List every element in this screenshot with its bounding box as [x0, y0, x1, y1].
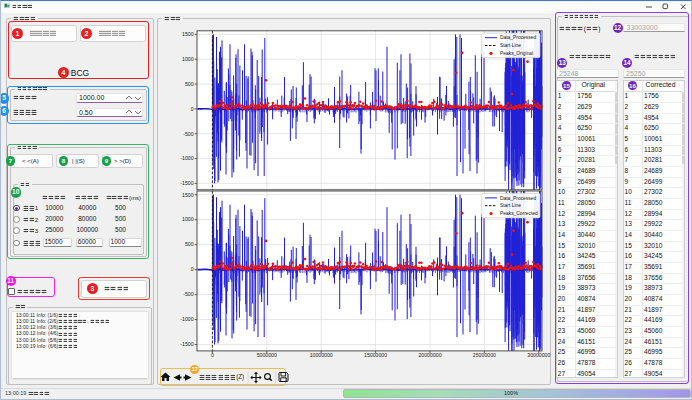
svg-text:1500: 1500 — [182, 31, 194, 37]
svg-text:1500: 1500 — [182, 192, 194, 198]
svg-text:-500: -500 — [183, 131, 193, 137]
svg-text:15000000: 15000000 — [364, 352, 387, 358]
svg-text:30000000: 30000000 — [527, 352, 550, 358]
svg-text:Start Line: Start Line — [500, 203, 521, 208]
svg-text:25000000: 25000000 — [473, 352, 496, 358]
svg-text:-1500: -1500 — [180, 341, 193, 347]
svg-text:500: 500 — [185, 241, 194, 247]
svg-text:500: 500 — [185, 81, 194, 87]
svg-text:0: 0 — [191, 106, 194, 112]
svg-text:Peaks_Corrected: Peaks_Corrected — [500, 211, 538, 216]
svg-text:-500: -500 — [183, 291, 193, 297]
svg-text:0: 0 — [211, 352, 214, 358]
svg-text:Data_Processed: Data_Processed — [500, 196, 536, 201]
svg-text:-1000: -1000 — [180, 155, 193, 161]
svg-text:10000000: 10000000 — [310, 352, 333, 358]
svg-text:Peaks_Original: Peaks_Original — [500, 51, 533, 56]
svg-text:Start Line: Start Line — [500, 43, 521, 48]
svg-text:-1500: -1500 — [180, 180, 193, 186]
svg-text:20000000: 20000000 — [418, 352, 441, 358]
svg-text:1000: 1000 — [182, 56, 194, 62]
svg-text:-1000: -1000 — [180, 316, 193, 322]
svg-text:0: 0 — [191, 266, 194, 272]
svg-text:Data_Processed: Data_Processed — [500, 35, 536, 40]
svg-text:5000000: 5000000 — [257, 352, 277, 358]
svg-text:1000: 1000 — [182, 216, 194, 222]
